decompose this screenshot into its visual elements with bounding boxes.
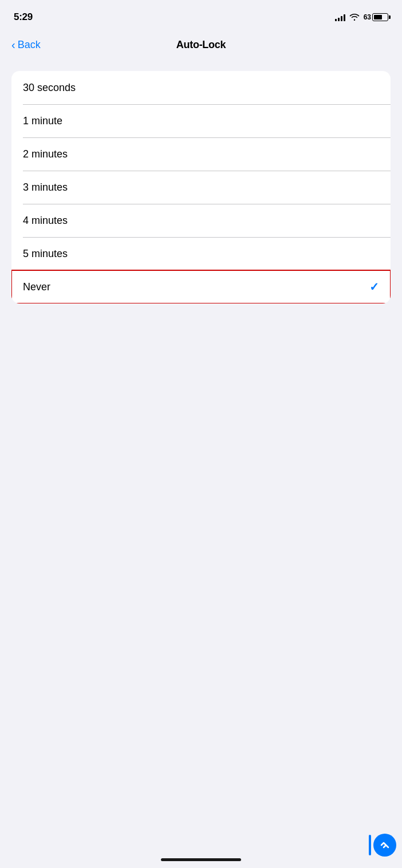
option-item-30s[interactable]: 30 seconds — [11, 71, 391, 104]
watermark-bar — [369, 835, 371, 855]
option-item-1m[interactable]: 1 minute — [11, 104, 391, 137]
signal-bars-icon — [335, 13, 345, 21]
battery-icon: 63 — [364, 13, 388, 21]
page-title: Auto-Lock — [176, 39, 226, 51]
option-label-1m: 1 minute — [23, 115, 62, 127]
back-chevron-icon: ‹ — [11, 39, 15, 50]
wifi-icon — [349, 13, 360, 22]
option-label-2m: 2 minutes — [23, 148, 68, 160]
signal-bar-4 — [344, 14, 345, 21]
status-icons: 63 — [335, 13, 388, 22]
back-button[interactable]: ‹ Back — [11, 39, 41, 51]
status-bar: 5:29 63 — [0, 0, 402, 31]
battery-box — [372, 13, 388, 21]
option-item-5m[interactable]: 5 minutes — [11, 237, 391, 270]
option-item-2m[interactable]: 2 minutes — [11, 137, 391, 171]
home-indicator — [161, 858, 241, 861]
signal-bar-2 — [338, 18, 340, 21]
signal-bar-3 — [341, 16, 342, 21]
option-item-4m[interactable]: 4 minutes — [11, 204, 391, 237]
option-label-5m: 5 minutes — [23, 248, 68, 260]
watermark-logo — [373, 834, 396, 857]
option-label-3m: 3 minutes — [23, 182, 68, 194]
option-label-30s: 30 seconds — [23, 82, 76, 94]
watermark — [369, 834, 396, 857]
option-item-never[interactable]: Never✓ — [11, 270, 391, 303]
option-item-3m[interactable]: 3 minutes — [11, 171, 391, 204]
content-area: 30 seconds1 minute2 minutes3 minutes4 mi… — [0, 61, 402, 303]
status-time: 5:29 — [14, 11, 33, 23]
nav-bar: ‹ Back Auto-Lock — [0, 31, 402, 61]
checkmark-icon: ✓ — [369, 280, 379, 294]
options-list: 30 seconds1 minute2 minutes3 minutes4 mi… — [11, 71, 391, 303]
option-label-never: Never — [23, 281, 50, 293]
signal-bar-1 — [335, 19, 337, 21]
battery-percent: 63 — [364, 13, 371, 21]
battery-fill — [374, 15, 382, 19]
back-label: Back — [18, 39, 41, 51]
option-label-4m: 4 minutes — [23, 215, 68, 227]
